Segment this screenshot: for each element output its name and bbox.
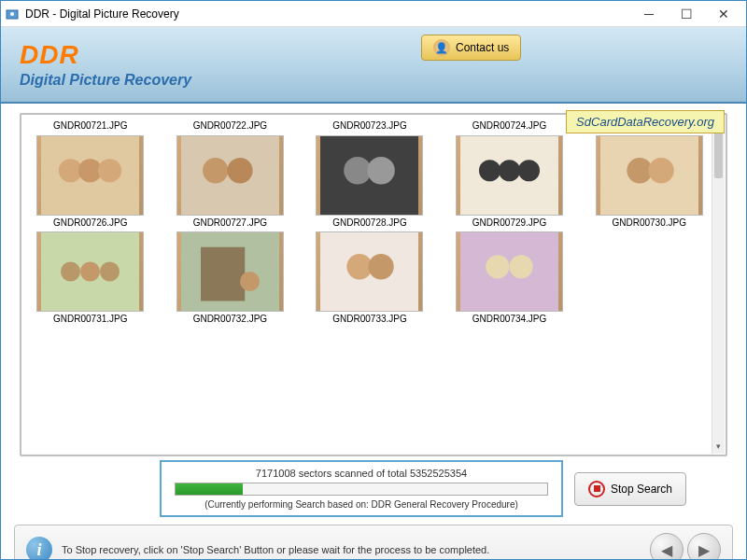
contact-label: Contact us — [456, 41, 509, 54]
thumbnail-item[interactable]: GNDR00733.JPG — [304, 231, 435, 324]
watermark-badge: SdCardDataRecovery.org — [566, 110, 725, 133]
svg-point-30 — [486, 255, 509, 278]
thumbnail-item[interactable]: GNDR00729.JPG — [444, 135, 575, 228]
progress-area: 7171008 sectors scanned of total 5352525… — [20, 460, 727, 517]
file-name: GNDR00728.JPG — [332, 217, 406, 228]
scroll-thumb[interactable] — [714, 132, 723, 178]
scrollbar[interactable]: ▴ ▾ — [712, 116, 725, 454]
logo: DDR Digital Picture Recovery — [20, 40, 191, 89]
stop-icon — [588, 481, 605, 497]
svg-point-21 — [80, 262, 100, 282]
svg-point-31 — [510, 255, 533, 278]
info-icon: i — [26, 537, 52, 560]
thumbnail-item[interactable]: GNDR00732.JPG — [165, 231, 296, 324]
progress-subtext: (Currently performing Search based on: D… — [204, 499, 518, 510]
svg-point-14 — [499, 160, 520, 181]
file-name: GNDR00731.JPG — [53, 314, 127, 324]
thumbnail-image — [456, 231, 563, 312]
svg-point-13 — [479, 160, 500, 181]
window-controls: ─ ☐ ✕ — [630, 2, 742, 26]
thumbnail-image — [596, 135, 703, 216]
file-name: GNDR00722.JPG — [193, 120, 267, 131]
svg-rect-29 — [460, 232, 558, 311]
thumbnail-image — [316, 231, 423, 312]
logo-main: DDR — [20, 40, 191, 70]
file-name: GNDR00724.JPG — [472, 120, 546, 131]
thumbnail-item[interactable]: GNDR00727.JPG — [165, 135, 296, 228]
thumbnail-item[interactable]: GNDR00724.JPG — [444, 119, 575, 132]
thumbnail-item[interactable]: GNDR00731.JPG — [25, 231, 156, 324]
stop-label: Stop Search — [611, 483, 672, 496]
contact-us-button[interactable]: 👤 Contact us — [421, 35, 521, 61]
minimize-button[interactable]: ─ — [630, 2, 668, 26]
svg-point-15 — [518, 160, 540, 181]
footer-text: To Stop recovery, click on 'Stop Search'… — [62, 544, 641, 555]
svg-point-25 — [240, 272, 260, 291]
svg-point-18 — [648, 158, 673, 183]
file-name: GNDR00723.JPG — [332, 120, 406, 131]
titlebar: DDR - Digital Picture Recovery ─ ☐ ✕ — [1, 1, 746, 27]
thumbnail-image — [316, 135, 423, 216]
file-name: GNDR00734.JPG — [472, 314, 546, 324]
nav-buttons: ◀ ▶ — [650, 533, 721, 560]
stop-search-button[interactable]: Stop Search — [574, 472, 686, 506]
thumbnail-image — [176, 135, 284, 216]
thumbnail-image — [36, 231, 144, 312]
footer-bar: i To Stop recovery, click on 'Stop Searc… — [14, 525, 733, 560]
file-name: GNDR00727.JPG — [193, 217, 267, 228]
thumbnail-item[interactable]: GNDR00734.JPG — [444, 231, 575, 324]
content-area: GNDR00721.JPGGNDR00722.JPGGNDR00723.JPGG… — [1, 104, 746, 456]
svg-point-8 — [227, 158, 252, 183]
thumbnail-grid-container: GNDR00721.JPGGNDR00722.JPGGNDR00723.JPGG… — [20, 113, 727, 456]
person-icon: 👤 — [433, 39, 450, 56]
thumbnail-image — [456, 135, 563, 216]
thumbnail-item[interactable]: GNDR00726.JPG — [25, 135, 156, 228]
file-name: GNDR00732.JPG — [193, 314, 267, 324]
file-name: GNDR00729.JPG — [472, 217, 546, 228]
close-button[interactable]: ✕ — [705, 2, 742, 26]
thumbnail-item[interactable]: GNDR00723.JPG — [304, 119, 435, 132]
file-name: GNDR00721.JPG — [53, 120, 127, 131]
thumbnail-item[interactable]: GNDR00730.JPG — [584, 135, 714, 228]
file-name: GNDR00730.JPG — [612, 217, 685, 228]
file-name: GNDR00726.JPG — [53, 217, 127, 228]
thumbnail-item[interactable]: GNDR00722.JPG — [165, 119, 296, 132]
thumbnail-grid: GNDR00721.JPGGNDR00722.JPGGNDR00723.JPGG… — [25, 119, 714, 324]
scroll-down-button[interactable]: ▾ — [712, 439, 725, 454]
progress-box: 7171008 sectors scanned of total 5352525… — [160, 460, 563, 517]
thumbnail-image — [36, 135, 144, 216]
svg-point-1 — [10, 12, 14, 16]
back-button[interactable]: ◀ — [650, 533, 684, 560]
progress-fill — [176, 483, 243, 495]
app-header: DDR Digital Picture Recovery 👤 Contact u… — [1, 27, 746, 104]
file-name: GNDR00733.JPG — [332, 314, 406, 324]
logo-subtitle: Digital Picture Recovery — [20, 72, 191, 89]
thumbnail-item[interactable]: GNDR00728.JPG — [304, 135, 435, 228]
progress-bar — [175, 483, 548, 496]
window-title: DDR - Digital Picture Recovery — [25, 7, 630, 21]
svg-point-7 — [203, 158, 228, 183]
progress-text: 7171008 sectors scanned of total 5352525… — [256, 468, 467, 479]
svg-point-22 — [100, 262, 120, 282]
svg-point-10 — [345, 157, 372, 184]
thumbnail-image — [176, 231, 284, 312]
app-icon — [5, 7, 20, 21]
svg-point-20 — [61, 262, 80, 282]
svg-point-5 — [98, 159, 121, 182]
svg-point-11 — [368, 157, 395, 184]
forward-button[interactable]: ▶ — [687, 533, 721, 560]
svg-rect-24 — [201, 247, 245, 301]
thumbnail-item[interactable]: GNDR00721.JPG — [25, 119, 156, 132]
maximize-button[interactable]: ☐ — [668, 2, 705, 26]
svg-point-28 — [369, 254, 394, 279]
